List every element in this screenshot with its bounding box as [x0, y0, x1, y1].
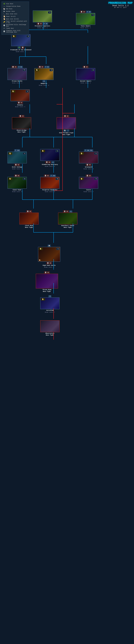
biome-sublabel-forgotten: Biome level: 5	[45, 191, 55, 192]
scroll-badge: 📜2	[35, 69, 39, 71]
skull-badge: 💀 5B	[17, 102, 23, 104]
biome-label-ancient: Ancient Sewers	[80, 80, 91, 82]
biome-sublabel-promenade: Biome level: 2	[16, 51, 26, 52]
biome-image-toxic: ⚡1	[76, 13, 95, 25]
biome-label-forgotten: Forgotten Sepulcher	[42, 189, 58, 191]
node-prison-depths: 💀 6B ⏱ 8m ×1 Prison Depths Biome level: …	[8, 66, 27, 84]
biome-sublabel-prison: Biome level: 3	[12, 82, 22, 84]
scroll-badge: 📜3	[41, 150, 45, 152]
boss-badge: 🌿	[18, 46, 21, 49]
skull-badge: 💀 6B	[26, 210, 32, 212]
node-prisoners-quarters: ⚡1 💀 3B ⏱ 2m Prisoners' Quarters Biome l…	[33, 10, 52, 28]
biome-sublabel-astrollab: Biome level: 7	[45, 312, 55, 313]
teleport-rune-icon: ✦	[3, 5, 5, 8]
biome-image-prison: ×1	[8, 68, 27, 80]
biome-sublabel-toxic: Biome level: 2	[80, 27, 90, 28]
legend-item: ✦ Teleportation Rune	[3, 5, 28, 8]
skull-badge: 💀 5B	[19, 115, 24, 117]
time-badge: ×2	[69, 210, 72, 212]
node-clock-tower: 💀 6B 📜2 ⚡3 Clock Tower Biome level: 5	[8, 174, 27, 192]
skull-badge: 💀	[21, 46, 24, 49]
legend-item: 💀 Flawless boss kill challenge door	[3, 30, 28, 33]
biome-image-forgotten: ⚡5	[40, 177, 60, 189]
level-badge: ⚡4	[91, 69, 94, 71]
biome-label-black: Black BridgeBoss fight	[17, 130, 26, 133]
biome-label-observatory: ObservatoryBoss fight	[46, 333, 54, 336]
biome-label-promenade: Promenade of the Condemned	[10, 49, 31, 51]
ram-rune-icon: 🐏	[3, 8, 5, 10]
skull-badge: 💀 6B	[44, 174, 50, 177]
biome-image-high-peak: 📜1 ⚡1 📜2	[38, 247, 60, 262]
legend-box: 🌿 Vine Rune ✦ Teleportation Rune 🐏 Ram R…	[2, 2, 29, 35]
time-badge: ⏱ 2m	[86, 11, 91, 13]
node-slumbering: 📜3 ⚡1 💀 6B ×2 Slumbering Sanctuary Biome…	[40, 149, 60, 167]
biome-label-high-peak: High Peak Castle	[43, 265, 56, 266]
time-badge: ×2	[51, 161, 54, 164]
biome-label-guardians: Guardian's HavenBoss fight	[61, 225, 74, 228]
biome-label-ossuary: Ossuary	[17, 104, 23, 106]
skull-badge: 💀 6B	[12, 66, 17, 68]
power-scroll-icon: 📜	[3, 16, 5, 18]
skull-badge: 💀 6B	[63, 210, 69, 212]
biome-image-throne	[36, 274, 58, 288]
node-stilt-village: ⏱ 15m 📜3 ⚡1 💀 6B Stilt Village Biome lev…	[8, 149, 27, 170]
level-badge: ⚡1	[48, 11, 51, 14]
biome-image-slumbering: 📜3 ⚡1	[40, 149, 60, 161]
skull-badge: 💀 3B	[37, 23, 42, 25]
badge-row: 💀 6B	[14, 164, 20, 166]
badge-row-top: ×5	[48, 295, 52, 297]
node-promenade: 📜1 ⚡2 🌿 💀 Promenade of the Condemned Bio…	[10, 34, 31, 52]
timed-icon: ⏱	[3, 28, 5, 30]
biome-image-graveyard: 📜3 ⚡1	[79, 152, 98, 164]
badge-row: 💀 6B ×2	[45, 161, 54, 164]
map-title: PROGRESSION MAP	[108, 2, 132, 4]
biome-sublabel-graveyard: Biome level: 4	[84, 168, 94, 170]
node-graveyard: ⏱ 19m 30s 📜3 ⚡1 💀 6B Graveyard Biome lev…	[79, 149, 98, 170]
legend-item: 📞 Boss Stem Cell	[3, 13, 28, 15]
boss-badge2: ⚡	[67, 130, 69, 132]
node-high-peak: 🔲 📜1 ⚡1 📜2 💀 6B High Peak Castle Biome l…	[38, 244, 60, 268]
spider-rune-icon: 🕷	[3, 10, 5, 12]
vine-badge: ×3	[42, 80, 46, 82]
biome-label-slumbering: Slumbering Sanctuary	[42, 164, 58, 166]
x5-badge: ×5	[48, 295, 52, 297]
biome-image-insufferable	[56, 117, 76, 129]
badge-row: 💀 3B ⏱ 2m	[37, 23, 48, 25]
biome-sublabel-clock-tower: Biome level: 5	[12, 191, 22, 192]
skull-badge: 💀 5B	[64, 115, 69, 117]
biome-image-observatory	[40, 320, 60, 332]
level-badge: ⚡1	[94, 152, 97, 155]
badge-row-top: 💀 6B	[44, 272, 50, 274]
biome-image-stilt: 📜3 ⚡1	[8, 152, 27, 164]
boss-badge: 🐏	[63, 130, 66, 132]
scroll-badge: 📜2	[8, 178, 12, 180]
scroll-badge: 📜1	[39, 248, 43, 250]
legend-item: 🐏 Ram Rune	[3, 8, 28, 10]
badge-row: ×3	[42, 80, 46, 82]
level-badge: ⚡1	[56, 248, 60, 250]
badge-row-top: 💀 6B	[26, 210, 32, 212]
vine-rune-icon: 🌿	[3, 3, 5, 5]
node-astrollab: ×5 📜2 Astrollab Biome level: 7	[40, 295, 60, 313]
badge-row-top: 💀 3B ⏱ 2m	[80, 11, 91, 13]
badge-row: 🐏 ⚡	[63, 130, 69, 132]
level-badge: ×1	[23, 69, 26, 71]
scroll-badge: 📜3	[11, 90, 15, 92]
biome-sublabel-high-peak: Biome level: 6	[44, 266, 54, 268]
biome-image-ramparts: 📜2 ⚡2	[34, 68, 54, 80]
level-badge: ⚡1	[56, 150, 59, 152]
time-badge: ⏱ 19m 30s	[84, 149, 93, 152]
badge-row-top: ⏱ 15m	[14, 149, 20, 152]
skull-badge: 💀 6B	[86, 164, 91, 166]
node-cavern: 💀 6B 📜3 ⚡3 Cavern Biome level: 7	[79, 174, 98, 192]
scroll-badge: 📜3	[80, 178, 84, 180]
badge-row: 💀 6B	[86, 164, 91, 166]
node-insufferable-crypt: 💀 5B 🐏 ⚡ Insufferable CryptBoss fight	[56, 115, 76, 136]
node-toxic-sewers: 💀 3B ⏱ 2m ⚡1 Toxic Sewers Biome level: 2	[76, 10, 95, 28]
biome-image-clock-tower: 📜2 ⚡3	[8, 177, 27, 189]
level-badge: ⚡1	[26, 90, 29, 92]
biome-label-stilt: Stilt Village	[12, 166, 22, 168]
badge-row-top: 🔲	[48, 244, 51, 247]
skull-badge: 💀 6B	[14, 164, 20, 166]
biome-label-insufferable: Insufferable CryptBoss fight	[59, 132, 74, 136]
